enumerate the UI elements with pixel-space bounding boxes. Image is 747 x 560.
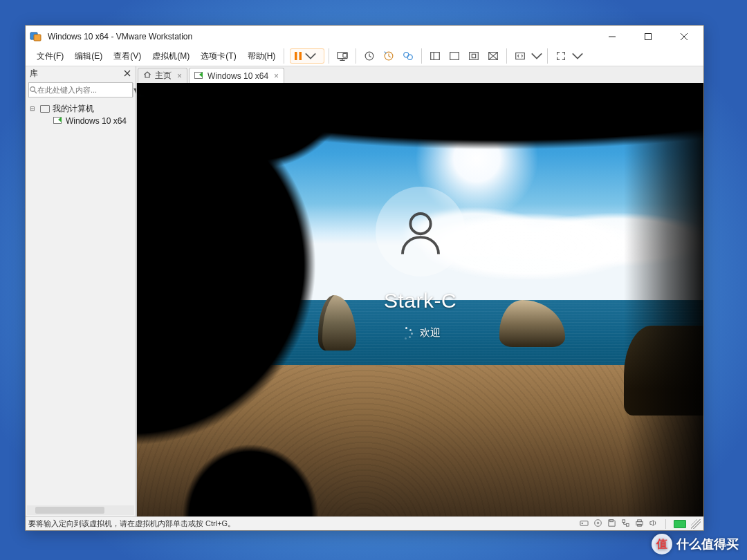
- power-pause-group[interactable]: [290, 48, 324, 64]
- titlebar[interactable]: Windows 10 x64 - VMware Workstation: [26, 26, 703, 47]
- svg-rect-25: [610, 520, 614, 522]
- svg-point-24: [597, 522, 599, 524]
- watermark-badge: 值: [652, 534, 672, 554]
- svg-rect-11: [431, 53, 440, 60]
- maximize-button[interactable]: [633, 26, 663, 47]
- menu-edit[interactable]: 编辑(E): [69, 48, 108, 65]
- floppy-icon[interactable]: [607, 519, 616, 529]
- host-desktop: Windows 10 x64 - VMware Workstation 文件(F…: [0, 0, 747, 560]
- svg-rect-29: [638, 520, 642, 522]
- separator: [284, 48, 284, 64]
- send-ctrl-alt-del-icon[interactable]: [333, 48, 351, 64]
- toolbar: [287, 48, 587, 64]
- tabstrip: 主页 × Windows 10 x64 ×: [136, 66, 703, 83]
- svg-point-17: [30, 87, 35, 92]
- tab-home[interactable]: 主页 ×: [138, 68, 187, 83]
- watermark: 值 什么值得买: [652, 534, 739, 554]
- content-area: 主页 × Windows 10 x64 ×: [136, 66, 703, 516]
- network-icon[interactable]: [621, 519, 630, 529]
- printer-icon[interactable]: [635, 519, 644, 529]
- tree-root-my-computer[interactable]: ⊟ 我的计算机: [26, 102, 136, 115]
- tab-vm[interactable]: Windows 10 x64 ×: [189, 68, 284, 83]
- tab-close-icon[interactable]: ×: [272, 71, 279, 81]
- sidebar-search[interactable]: ▾: [28, 82, 133, 97]
- svg-rect-13: [470, 53, 479, 60]
- svg-rect-14: [472, 54, 476, 57]
- svg-rect-4: [299, 52, 302, 60]
- close-button[interactable]: [669, 26, 699, 47]
- collapse-icon[interactable]: ⊟: [30, 105, 37, 112]
- menu-help[interactable]: 帮助(H): [242, 48, 282, 65]
- tab-home-label: 主页: [155, 70, 172, 82]
- window-title: Windows 10 x64 - VMware Workstation: [48, 32, 591, 41]
- svg-rect-16: [516, 53, 525, 59]
- svg-rect-3: [295, 52, 297, 60]
- sidebar-title: 库: [30, 68, 38, 80]
- svg-rect-6: [343, 53, 347, 57]
- vm-activity-led: [674, 520, 686, 528]
- library-sidebar: 库 ▾ ⊟ 我的计算机 Windows 10 x64: [26, 66, 136, 516]
- resize-grip-icon[interactable]: [691, 519, 701, 529]
- snapshot-manage-icon[interactable]: [399, 48, 417, 64]
- chevron-down-icon[interactable]: [531, 50, 543, 62]
- svg-point-20: [410, 214, 430, 234]
- menubar: 文件(F) 编辑(E) 查看(V) 虚拟机(M) 选项卡(T) 帮助(H): [26, 47, 703, 66]
- tree-item-label: Windows 10 x64: [66, 116, 127, 126]
- search-input[interactable]: [37, 86, 133, 94]
- svg-rect-27: [626, 523, 629, 526]
- user-avatar-icon: [376, 187, 465, 277]
- chevron-down-icon[interactable]: [571, 50, 584, 62]
- computer-icon: [40, 105, 50, 113]
- tree-root-label: 我的计算机: [53, 103, 94, 115]
- tab-vm-label: Windows 10 x64: [208, 71, 268, 81]
- svg-rect-1: [34, 35, 41, 41]
- vmware-window: Windows 10 x64 - VMware Workstation 文件(F…: [25, 25, 704, 531]
- vm-tree: ⊟ 我的计算机 Windows 10 x64: [26, 100, 136, 505]
- stretch-guest-icon[interactable]: [511, 48, 529, 64]
- view-unity-icon[interactable]: [484, 48, 502, 64]
- loading-spinner-icon: [400, 327, 413, 339]
- svg-point-23: [595, 520, 602, 527]
- search-icon: [29, 86, 37, 94]
- tree-item-vm[interactable]: Windows 10 x64: [26, 115, 136, 127]
- vm-running-icon: [194, 72, 204, 80]
- sound-icon[interactable]: [649, 519, 658, 529]
- username-label: Stark-C: [384, 289, 456, 312]
- watermark-text: 什么值得买: [676, 536, 739, 552]
- sidebar-hscrollbar[interactable]: [27, 505, 134, 515]
- sidebar-close-icon[interactable]: [122, 68, 133, 79]
- menu-view[interactable]: 查看(V): [108, 48, 147, 65]
- vm-running-icon: [53, 117, 63, 125]
- view-fullscreen-icon[interactable]: [465, 48, 483, 64]
- snapshot-take-icon[interactable]: [360, 48, 378, 64]
- tab-close-icon[interactable]: ×: [175, 71, 182, 81]
- statusbar: 要将输入定向到该虚拟机，请在虚拟机内部单击或按 Ctrl+G。: [26, 516, 703, 530]
- svg-point-10: [407, 55, 412, 59]
- menu-tabs[interactable]: 选项卡(T): [195, 48, 241, 65]
- svg-rect-2: [645, 33, 652, 39]
- home-icon: [143, 71, 151, 81]
- harddisk-icon[interactable]: [580, 519, 589, 529]
- vmware-app-icon: [30, 30, 42, 43]
- status-device-icons: [580, 519, 701, 529]
- snapshot-revert-icon[interactable]: [380, 48, 398, 64]
- status-message: 要将输入定向到该虚拟机，请在虚拟机内部单击或按 Ctrl+G。: [28, 519, 580, 529]
- svg-rect-26: [622, 520, 625, 523]
- menu-file[interactable]: 文件(F): [31, 48, 69, 65]
- cd-icon[interactable]: [593, 519, 602, 529]
- svg-rect-12: [450, 53, 459, 60]
- menu-vm[interactable]: 虚拟机(M): [147, 48, 195, 65]
- welcome-label: 欢迎: [420, 326, 441, 339]
- login-panel: Stark-C 欢迎: [137, 187, 703, 339]
- svg-point-22: [582, 523, 582, 523]
- minimize-button[interactable]: [597, 26, 627, 47]
- view-console-icon[interactable]: [445, 48, 463, 64]
- view-single-icon[interactable]: [426, 48, 444, 64]
- enter-fullscreen-icon[interactable]: [552, 48, 570, 64]
- guest-display[interactable]: Stark-C 欢迎: [136, 83, 703, 516]
